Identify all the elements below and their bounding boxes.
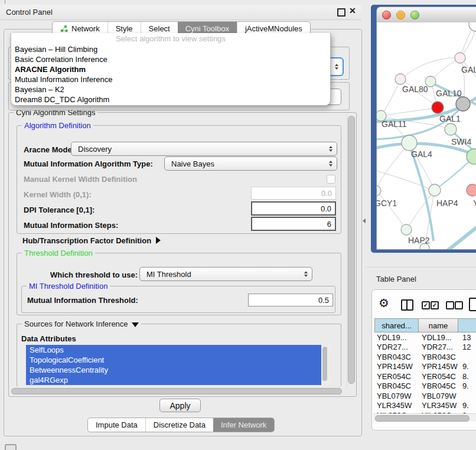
application-root: Control Panel ✕ NetworkStyleSelectCyni T… bbox=[0, 0, 476, 450]
attribute-topologicalcoefficient[interactable]: TopologicalCoefficient bbox=[26, 355, 321, 365]
mi-algorithm-type-combo[interactable]: Naive Bayes bbox=[164, 156, 337, 171]
split-column-icon[interactable] bbox=[401, 299, 413, 311]
document-icon[interactable] bbox=[469, 298, 476, 311]
network-node[interactable] bbox=[455, 53, 465, 63]
unchecked-checkbox-icon[interactable] bbox=[446, 301, 454, 309]
table-cell: YBR045C bbox=[420, 381, 461, 390]
tab-label: Style bbox=[116, 24, 133, 33]
tab-label: jActiveMNodules bbox=[245, 24, 302, 33]
table-row[interactable]: YPR145WYPR145W9. bbox=[374, 362, 476, 372]
panel-divider-collapse-icon[interactable] bbox=[363, 219, 366, 223]
network-icon bbox=[60, 25, 68, 32]
mi-steps-field[interactable]: 6 bbox=[251, 217, 336, 231]
table-row[interactable]: YBR043CYBR043C bbox=[374, 352, 476, 362]
table-row[interactable]: YBR045CYBR045C9. bbox=[374, 381, 476, 392]
data-attributes-list: SelfLoopsTopologicalCoefficientBetweenne… bbox=[26, 345, 321, 385]
mi-threshold-label: Mutual Information Threshold: bbox=[27, 296, 138, 305]
table-row[interactable]: YDL19...YDL19...13 bbox=[374, 332, 476, 343]
network-canvas[interactable]: GALGAL80GAL10GAL1GAL11SWI4GAL4GCY1HAP4YH… bbox=[377, 22, 476, 249]
table-row[interactable]: YLR345WYLR345W9. bbox=[374, 401, 476, 411]
column-header-shared[interactable]: shared... bbox=[374, 318, 419, 332]
attributes-scrollbar[interactable] bbox=[321, 345, 329, 385]
float-window-icon[interactable] bbox=[337, 8, 345, 17]
network-node[interactable] bbox=[445, 123, 457, 135]
table-row[interactable]: YDR27...YDR27...12 bbox=[374, 343, 476, 353]
network-node-labels: GALGAL80GAL10GAL1GAL11SWI4GAL4GCY1HAP4YH… bbox=[377, 65, 476, 245]
aracne-mode-value: Discovery bbox=[78, 145, 112, 154]
close-icon[interactable]: ✕ bbox=[349, 6, 356, 15]
network-node[interactable] bbox=[432, 102, 444, 113]
algorithm-option-dream8-dc-tdc-algorithm[interactable]: Dream8 DC_TDC Algorithm bbox=[11, 94, 330, 105]
mi-threshold-field[interactable]: 0.5 bbox=[248, 294, 333, 306]
algorithm-option-mutual-information-inference[interactable]: Mutual Information Inference bbox=[11, 74, 330, 84]
which-threshold-combo[interactable]: MI Threshold bbox=[139, 267, 312, 281]
apply-button[interactable]: Apply bbox=[159, 399, 201, 412]
settings-gear-icon[interactable]: ⚙ bbox=[379, 297, 389, 309]
minimize-traffic-light-icon[interactable] bbox=[396, 11, 405, 19]
algorithm-option-aracne-algorithm[interactable]: ARACNE Algorithm bbox=[11, 64, 330, 74]
algorithm-option-bayesian-hill-climbing[interactable]: Bayesian – Hill Climbing bbox=[11, 44, 330, 54]
table-horizontal-scrollbar[interactable] bbox=[373, 413, 476, 422]
hub-definition-toggle[interactable]: Hub/Transcription Factor Definition bbox=[22, 236, 161, 245]
stepper-icon bbox=[329, 146, 332, 152]
table-cell: YDR27... bbox=[420, 343, 461, 351]
algorithm-option-bayesian-k2[interactable]: Bayesian – K2 bbox=[11, 84, 330, 94]
zoom-traffic-light-icon[interactable] bbox=[410, 11, 419, 19]
table-cell: YBR043C bbox=[420, 353, 461, 361]
table-cell: YER054C bbox=[374, 372, 420, 381]
network-node[interactable] bbox=[402, 135, 417, 151]
sources-group-title[interactable]: Sources for Network Inference bbox=[22, 319, 141, 328]
tab-label: Cyni Toolbox bbox=[185, 24, 229, 33]
settings-vertical-scrollbar[interactable] bbox=[347, 113, 355, 387]
toolbar-fragment bbox=[5, 0, 5, 4]
table-panel: ⚙ ✓ ✓ shared...name YDL19...YDL19...13YD… bbox=[371, 289, 476, 431]
dpi-tolerance-field[interactable]: 0.0 bbox=[251, 201, 336, 216]
scrollbar-thumb[interactable] bbox=[11, 388, 342, 394]
network-node[interactable] bbox=[401, 224, 412, 235]
control-panel-titlebar: Control Panel bbox=[0, 5, 361, 20]
close-traffic-light-icon[interactable] bbox=[382, 11, 391, 19]
tab-label: Network bbox=[71, 24, 100, 33]
settings-horizontal-scrollbar[interactable] bbox=[10, 387, 345, 394]
column-header-extra[interactable] bbox=[458, 318, 476, 332]
attribute-selfloops[interactable]: SelfLoops bbox=[26, 345, 321, 355]
network-node[interactable] bbox=[469, 22, 476, 31]
network-node[interactable] bbox=[395, 74, 406, 84]
attribute-gal4rgexp[interactable]: gal4RGexp bbox=[26, 375, 321, 385]
table-cell: 8. bbox=[461, 372, 469, 381]
network-node[interactable] bbox=[467, 184, 476, 196]
control-panel-title: Control Panel bbox=[6, 8, 53, 17]
aracne-mode-combo[interactable]: Discovery bbox=[71, 142, 337, 156]
table-cell: YBR045C bbox=[374, 381, 420, 390]
algorithm-option-basic-correlation-inference[interactable]: Basic Correlation Inference bbox=[11, 54, 330, 64]
unchecked-checkbox-icon[interactable] bbox=[455, 301, 463, 309]
network-window-titlebar[interactable] bbox=[377, 7, 476, 23]
table-row[interactable]: YER054CYER054C8. bbox=[374, 371, 476, 381]
table-row[interactable]: YBL079WYBL079W bbox=[374, 391, 476, 401]
table-cell: YBL079W bbox=[420, 392, 461, 400]
kernel-width-label: Kernel Width (0,1): bbox=[24, 190, 92, 199]
tab-discretize-data[interactable]: Discretize Data bbox=[145, 418, 213, 432]
dpi-tolerance-label: DPI Tolerance [0,1]: bbox=[24, 206, 94, 214]
network-node[interactable] bbox=[377, 185, 381, 196]
algorithm-dropdown-list: Bayesian – Hill ClimbingBasic Correlatio… bbox=[11, 44, 330, 105]
scrollbar-thumb[interactable] bbox=[348, 116, 355, 384]
network-node[interactable] bbox=[456, 97, 470, 111]
minimized-panel-icon[interactable] bbox=[5, 444, 17, 450]
manual-kernel-width-checkbox[interactable] bbox=[327, 175, 335, 184]
network-node[interactable] bbox=[429, 184, 441, 196]
scrollbar-thumb[interactable] bbox=[322, 347, 327, 381]
tab-infer-network[interactable]: Infer Network bbox=[213, 418, 274, 432]
attribute-betweennesscentrality[interactable]: BetweennessCentrality bbox=[26, 365, 321, 375]
algorithm-dropdown-popup: Select algorithm to view settings Bayesi… bbox=[11, 33, 331, 106]
checked-checkbox-icon[interactable]: ✓ bbox=[422, 301, 430, 309]
kernel-width-field[interactable]: 0.0 bbox=[251, 187, 336, 200]
column-header-name[interactable]: name bbox=[419, 318, 458, 332]
tab-impute-data[interactable]: Impute Data bbox=[88, 418, 145, 432]
scrollbar-thumb[interactable] bbox=[375, 415, 470, 422]
mi-algorithm-type-label: Mutual Information Algorithm Type: bbox=[24, 159, 153, 168]
table-panel-title: Table Panel bbox=[376, 275, 416, 283]
table-cell: YER054C bbox=[420, 372, 461, 381]
checked-checkbox-icon[interactable]: ✓ bbox=[431, 301, 439, 309]
mi-algorithm-type-value: Naive Bayes bbox=[171, 159, 214, 168]
